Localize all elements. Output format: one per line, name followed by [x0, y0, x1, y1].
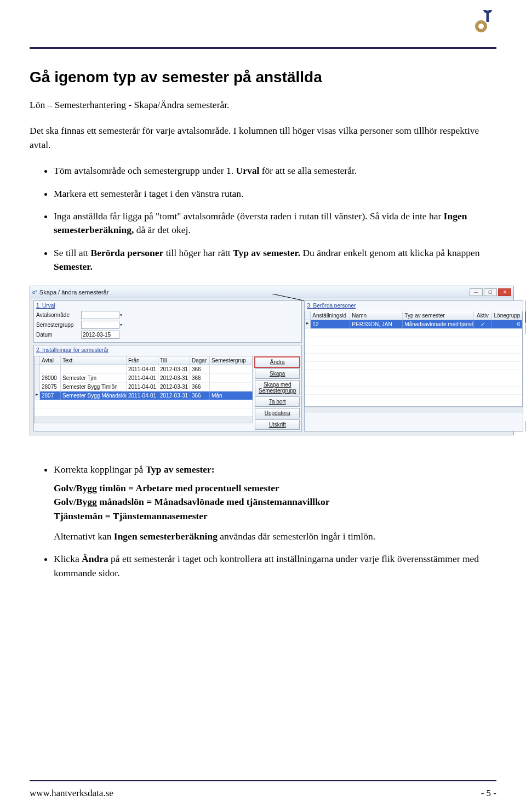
- bullet-item: Korrekta kopplingar på Typ av semester: …: [54, 463, 496, 543]
- group-installningar: 2. Inställningar för semesterår Avtal Te…: [33, 345, 302, 431]
- uppdatera-button[interactable]: Uppdatera: [255, 408, 300, 418]
- mapping-list: Golv/Bygg timlön = Arbetare med procentu…: [54, 481, 496, 523]
- footer-url: www.hantverksdata.se: [30, 788, 113, 799]
- minimize-button[interactable]: —: [470, 288, 483, 296]
- app-window: α° Skapa / ändra semesterår — ▢ ✕ 1. Urv…: [30, 286, 514, 435]
- table-row[interactable]: ▸ 12 PERSSON, JAN Månadsavlönade med tjä…: [305, 320, 522, 329]
- scrollbar[interactable]: [35, 417, 253, 423]
- page-footer: www.hantverksdata.se - 5 -: [30, 788, 496, 799]
- col-header[interactable]: Från: [127, 356, 158, 365]
- group-title: 3. Berörda personer: [305, 301, 523, 310]
- col-header[interactable]: Semestergrup: [210, 356, 253, 365]
- bullet-item: Inga anställda får ligga på "tomt" avtal…: [54, 209, 496, 237]
- table-row[interactable]: 28075Semester Bygg Timlön2011-04-012012-…: [35, 383, 253, 391]
- col-header[interactable]: Lönegrupp: [491, 311, 522, 320]
- instruction-list: Töm avtalsområde och semestergrupp under…: [30, 164, 496, 274]
- footer-rule: [30, 780, 496, 781]
- col-header[interactable]: Typ av semester: [403, 311, 474, 320]
- bullet-item: Klicka Ändra på ett semesterår i taget o…: [54, 552, 496, 580]
- col-header[interactable]: Avtal: [40, 356, 61, 365]
- breadcrumb: Lön – Semesterhantering - Skapa/Ändra se…: [30, 98, 496, 112]
- label-semestergrupp: Semestergrupp: [36, 322, 81, 328]
- settings-grid[interactable]: Avtal Text Från Till Dagar Semestergrup …: [34, 356, 253, 423]
- bullet-item: Töm avtalsområde och semestergrupp under…: [54, 164, 496, 178]
- group-urval: 1. Urval Avtalsområde ▾ Semestergrupp ▾ …: [33, 300, 302, 343]
- datum-input[interactable]: [81, 331, 119, 339]
- table-row[interactable]: ▸2807Semester Bygg Månadslön2011-04-0120…: [35, 391, 253, 400]
- header-rule: [30, 47, 496, 49]
- close-button[interactable]: ✕: [498, 288, 511, 296]
- footer-page: - 5 -: [481, 788, 496, 799]
- group-title: 2. Inställningar för semesterår: [34, 345, 301, 354]
- col-header[interactable]: Namn: [350, 311, 403, 320]
- dropdown-icon[interactable]: ▾: [120, 322, 122, 327]
- instruction-list-2: Korrekta kopplingar på Typ av semester: …: [30, 463, 496, 580]
- col-header[interactable]: Dagar: [190, 356, 210, 365]
- avtalsomrade-input[interactable]: [81, 311, 119, 319]
- col-header[interactable]: Till: [158, 356, 190, 365]
- scrollbar[interactable]: [305, 407, 523, 413]
- andra-button[interactable]: Ändra: [255, 357, 300, 367]
- ta-bort-button[interactable]: Ta bort: [255, 396, 300, 407]
- bullet-item: Markera ett semesterår i taget i den vän…: [54, 187, 496, 201]
- dropdown-icon[interactable]: ▾: [120, 313, 122, 317]
- mapping-item: Golv/Bygg timlön = Arbetare med procentu…: [54, 481, 496, 495]
- col-header[interactable]: Anställningsid: [311, 311, 350, 320]
- persons-grid[interactable]: Anställningsid Namn Typ av semester Akti…: [305, 311, 523, 407]
- maximize-button[interactable]: ▢: [484, 288, 497, 296]
- col-header[interactable]: Text: [61, 356, 127, 365]
- label-datum: Datum: [36, 332, 81, 338]
- table-row[interactable]: 28000Semester Tjm2011-04-012012-03-31366: [35, 374, 253, 383]
- table-row[interactable]: 2011-04-012012-03-31366: [35, 365, 253, 374]
- mapping-item: Golv/Bygg månadslön = Månadsavlönade med…: [54, 495, 496, 509]
- mapping-item: Tjänstemän = Tjänstemannasemester: [54, 509, 496, 523]
- col-header[interactable]: Aktiv: [474, 311, 491, 320]
- utskrift-button[interactable]: Utskrift: [255, 419, 300, 430]
- semestergrupp-input[interactable]: [81, 321, 119, 329]
- label-avtalsomrade: Avtalsområde: [36, 312, 81, 318]
- window-titlebar: α° Skapa / ändra semesterår — ▢ ✕: [30, 286, 513, 298]
- skapa-med-semestergrupp-button[interactable]: Skapa med Semestergrupp: [255, 380, 300, 395]
- window-app-icon: α°: [32, 289, 37, 295]
- intro-paragraph: Det ska finnas ett semesterår för varje …: [30, 124, 496, 152]
- skapa-button[interactable]: Skapa: [255, 368, 300, 379]
- page-title: Gå igenom typ av semester på anställda: [30, 69, 496, 86]
- group-berorda: 3. Berörda personer Anställningsid Namn …: [304, 300, 523, 431]
- bullet-item: Se till att Berörda personer till höger …: [54, 246, 496, 274]
- window-title: Skapa / ändra semesterår: [37, 289, 470, 296]
- company-logo: [471, 10, 496, 35]
- group-title: 1. Urval: [36, 303, 299, 309]
